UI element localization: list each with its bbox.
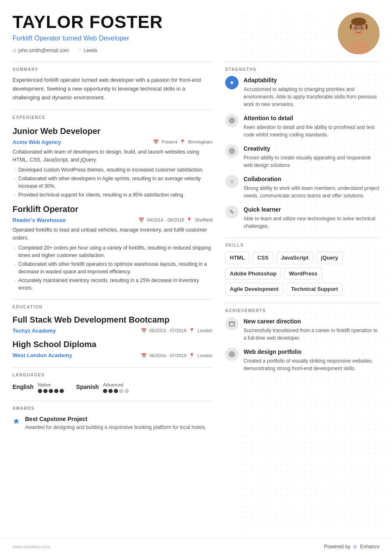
summary-divider [13, 62, 213, 62]
svg-point-9 [229, 118, 234, 123]
strength-collaboration: ☆ Collaboration Strong ability to work w… [225, 175, 379, 199]
languages-row: English Native Spanish [13, 381, 213, 394]
quick-learner-icon: ✎ [225, 205, 239, 219]
dot [49, 389, 53, 393]
edu-2-meta: 📅 06/2016 - 07/2019 📍 London [141, 352, 213, 359]
strength-adaptability-title: Adaptability [244, 76, 379, 85]
enhancv-logo-icon: ⟡ [353, 542, 357, 552]
strength-collaboration-desc: Strong ability to work with team members… [244, 184, 379, 199]
job-2-desc: Operated forklifts to load and unload ve… [13, 226, 213, 242]
experience-label: EXPERIENCE [13, 114, 213, 121]
dot [114, 389, 118, 393]
achievement-2-icon [225, 348, 239, 361]
footer-website: www.enhancv.com [13, 543, 50, 550]
achievement-2-desc: Created a portfolio of visually striking… [244, 357, 379, 372]
contact-row: ⊙ john.smith@email.com ♡ Leeds [13, 47, 213, 54]
calendar-icon-1: 📅 [153, 139, 159, 146]
dot [38, 389, 42, 393]
lang-spanish: Spanish Advanced [76, 381, 129, 394]
job-1-title: Junior Web Developer [13, 125, 213, 137]
skill-tech-support: Technical Support [286, 283, 342, 295]
strength-attention: Attention to detail Keen attention to de… [225, 114, 379, 139]
job-2-bullet-1: Completed 20+ orders per hour using a va… [13, 244, 213, 259]
creativity-icon [225, 144, 239, 158]
email-contact: ⊙ john.smith@email.com [13, 47, 69, 54]
job-2-bullets: Completed 20+ orders per hour using a va… [13, 244, 213, 292]
achievement-2-title: Web design portfolio [244, 348, 379, 356]
svg-point-15 [231, 353, 233, 355]
achievement-1-title: New career direction [244, 317, 379, 326]
location-icon: ♡ [78, 47, 82, 54]
powered-by-text: Powered by [324, 543, 350, 550]
edu-1-cal-icon: 📅 [141, 327, 147, 334]
lang-spanish-dots [103, 389, 129, 393]
lang-spanish-level-container: Advanced [103, 381, 129, 394]
award-star-icon: ★ [13, 415, 20, 427]
skills-grid: HTML CSS JavaScript jQuery Adobe Photosh… [225, 252, 379, 295]
job-2-bullet-3: Accurately maintained inventory records,… [13, 277, 213, 292]
awards-label: AWARDS [13, 405, 213, 411]
strength-attention-title: Attention to detail [244, 114, 379, 123]
skill-agile: Agile Development [225, 283, 283, 295]
location-contact: ♡ Leeds [78, 47, 98, 54]
edu-1-header-row: Techyz Academy 📅 06/2013 - 07/2016 📍 Lon… [13, 327, 213, 335]
edu-1: Full Stack Web Development Bootcamp Tech… [13, 313, 213, 335]
achievements-divider [225, 303, 379, 303]
strengths-label: STRENGTHS [225, 66, 379, 73]
strength-creativity-title: Creativity [244, 144, 379, 153]
left-column: TAYLOR FOSTER Forklift Operator turned W… [13, 13, 213, 530]
edu-2: High School Diploma West London Academy … [13, 338, 213, 360]
awards-divider [13, 401, 213, 401]
svg-point-11 [229, 149, 234, 154]
skills-divider [225, 237, 379, 238]
dot [43, 389, 48, 393]
edu-1-meta: 📅 06/2013 - 07/2016 📍 London [141, 327, 213, 334]
job-1-bullet-2: Collaborated with other developers in Ag… [13, 175, 213, 190]
achievements-label: ACHIEVEMENTS [225, 308, 379, 314]
award-1-title: Best Capstone Project [25, 415, 206, 424]
edu-2-location: London [197, 352, 213, 359]
strength-creativity-content: Creativity Proven ability to create visu… [244, 144, 379, 169]
job-1-bullet-1: Developed custom WordPress themes, resul… [13, 166, 213, 174]
svg-point-14 [229, 352, 234, 357]
achievement-2-content: Web design portfolio Created a portfolio… [244, 348, 379, 372]
job-1-date: Present [161, 139, 177, 146]
strength-collaboration-title: Collaboration [244, 175, 379, 184]
languages-label: LANGUAGES [13, 372, 213, 378]
svg-point-10 [231, 120, 233, 122]
edu-1-location: London [197, 327, 213, 334]
job-2-title: Forklift Operator [13, 203, 213, 215]
strength-adaptability-content: Adaptability Accustomed to adapting to c… [244, 76, 379, 108]
email-icon: ⊙ [13, 47, 17, 54]
job-1-location: Birmingham [188, 139, 213, 146]
strength-creativity: Creativity Proven ability to create visu… [225, 144, 379, 169]
strength-adaptability-desc: Accustomed to adapting to changing prior… [244, 86, 379, 108]
strength-collaboration-content: Collaboration Strong ability to work wit… [244, 175, 379, 199]
right-col-content: STRENGTHS ♥ Adaptability Accustomed to a… [225, 13, 379, 372]
dot [60, 389, 64, 393]
skill-html: HTML [225, 252, 249, 264]
footer: www.enhancv.com Powered by ⟡ Enhancv [0, 538, 392, 555]
photo-area [225, 13, 379, 54]
achievement-1-desc: Successfully transitioned from a career … [244, 327, 379, 342]
location-icon-1: 📍 [180, 139, 186, 146]
brand-name: Enhancv [360, 543, 379, 550]
strength-attention-desc: Keen attention to detail and the ability… [244, 124, 379, 139]
edu-2-date: 06/2016 - 07/2019 [149, 352, 186, 359]
attention-icon [225, 114, 239, 127]
edu-2-title: High School Diploma [13, 338, 213, 351]
full-name: TAYLOR FOSTER [13, 13, 213, 32]
job-1-meta: 📅 Present 📍 Birmingham [153, 139, 213, 146]
lang-spanish-level: Advanced [103, 381, 123, 388]
lang-english-level: Native [38, 381, 51, 388]
edu-1-loc-icon: 📍 [189, 327, 195, 334]
education-divider [13, 299, 213, 300]
resume-page: TAYLOR FOSTER Forklift Operator turned W… [0, 0, 392, 555]
job-1-company: Acme Web Agency [13, 138, 61, 146]
lang-spanish-name: Spanish [76, 383, 99, 391]
svg-point-3 [355, 27, 357, 29]
adaptability-icon: ♥ [225, 76, 239, 89]
footer-logo: Powered by ⟡ Enhancv [324, 542, 379, 552]
job-1-bullet-3: Provided technical support for clients, … [13, 191, 213, 199]
location-text: Leeds [84, 47, 98, 54]
